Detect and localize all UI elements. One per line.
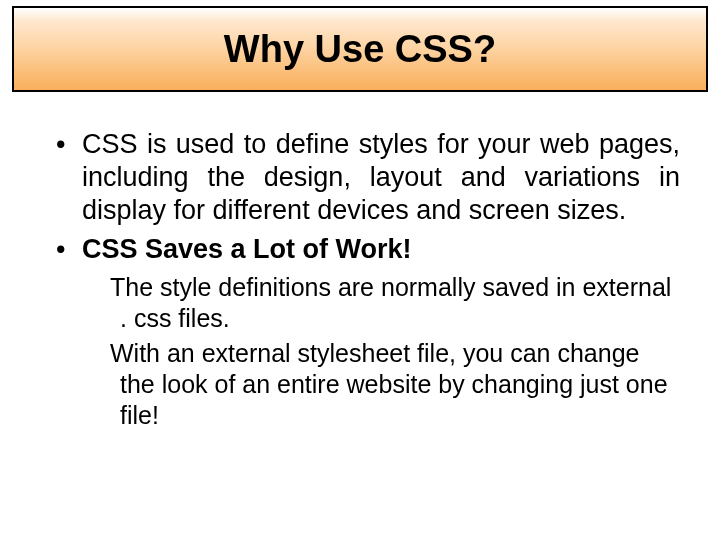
- bullet-text: CSS Saves a Lot of Work!: [82, 234, 412, 264]
- title-box: Why Use CSS?: [12, 6, 708, 92]
- content-area: CSS is used to define styles for your we…: [8, 92, 712, 431]
- sub-text: The style definitions are normally saved…: [110, 272, 680, 334]
- sub-list: The style definitions are normally saved…: [52, 272, 680, 431]
- bullet-text: CSS is used to define styles for your we…: [82, 129, 680, 225]
- bullet-item: CSS is used to define styles for your we…: [52, 128, 680, 227]
- slide: Why Use CSS? CSS is used to define style…: [0, 0, 720, 540]
- sub-text: With an external stylesheet file, you ca…: [110, 338, 680, 431]
- bullet-list: CSS is used to define styles for your we…: [52, 128, 680, 266]
- slide-title: Why Use CSS?: [224, 28, 496, 71]
- bullet-item: CSS Saves a Lot of Work!: [52, 233, 680, 266]
